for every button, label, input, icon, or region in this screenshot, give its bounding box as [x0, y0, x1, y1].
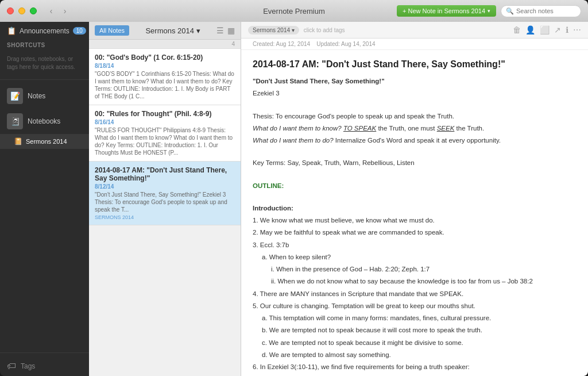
all-notes-button[interactable]: All Notes — [95, 25, 129, 36]
sidebar-item-tags[interactable]: 🏷 Tags — [0, 356, 89, 376]
note-intro-1: 1. We know what we must believe, we know… — [253, 216, 577, 225]
info-icon[interactable]: ℹ — [566, 25, 568, 34]
note-updated: Updated: Aug 14, 2014 — [316, 41, 375, 47]
note-title-3: 2014-08-17 AM: "Don't Just Stand There, … — [95, 166, 235, 182]
navigation-arrows: ‹ › — [46, 6, 70, 16]
notes-notebook-title[interactable]: Sermons 2014 ▾ — [133, 26, 213, 35]
announcements-badge: 10 — [73, 27, 86, 34]
share-icon[interactable]: 👤 — [525, 25, 535, 34]
announcements-icon: 📋 — [7, 26, 16, 35]
note-tags-area[interactable]: click to add tags — [304, 27, 508, 33]
notes-label: Notes — [28, 92, 45, 100]
more-icon[interactable]: ⋯ — [573, 25, 581, 34]
note-intro-2: 2. May we be faithful to speak what we a… — [253, 228, 577, 237]
present-icon[interactable]: ⬜ — [540, 25, 550, 34]
note-key-terms: Key Terms: Say, Speak, Truth, Warn, Rebe… — [253, 158, 577, 168]
note-intro-5b: b. We are tempted not to speak because i… — [262, 325, 577, 335]
note-tag-3: SERMONS 2014 — [95, 214, 235, 220]
notes-list-panel: All Notes Sermons 2014 ▾ ☰ ▦ 4 00: "God'… — [89, 22, 241, 376]
title-bar: ‹ › Evernote Premium + New Note in Sermo… — [0, 0, 588, 22]
sidebar-spacer — [0, 149, 89, 349]
note-date-2: 8/16/14 — [95, 119, 235, 125]
note-preview-2: "RULES FOR THOUGHT" Philippians 4:8-9 Th… — [95, 126, 235, 156]
note-meta: Created: Aug 12, 2014 Updated: Aug 14, 2… — [241, 39, 588, 50]
note-reference: Ezekiel 3 — [253, 89, 577, 98]
notes-header-icons: ☰ ▦ — [216, 26, 235, 35]
toolbar-right: + New Note in Sermons 2014 ▾ 🔍 — [397, 5, 581, 17]
sidebar-divider-1 — [0, 79, 89, 80]
minimize-button[interactable] — [18, 7, 25, 14]
sidebar: 📋 Announcements 10 SHORTCUTS Drag notes,… — [0, 22, 89, 376]
forward-arrow[interactable]: › — [60, 6, 70, 16]
note-heading-text: "Don't Just Stand There, Say Something!" — [253, 76, 577, 86]
back-arrow[interactable]: ‹ — [46, 6, 56, 16]
sidebar-item-sermons[interactable]: 📔 Sermons 2014 — [0, 134, 89, 149]
note-item-1[interactable]: 00: "God's Body" (1 Cor. 6:15-20) 8/18/1… — [89, 49, 241, 105]
sidebar-item-notes[interactable]: 📝 Notes — [0, 83, 89, 109]
note-date-3: 8/12/14 — [95, 183, 235, 190]
tags-icon: 🏷 — [7, 361, 16, 371]
new-note-dropdown-icon: ▾ — [488, 8, 490, 14]
note-do: What do I want them to do? Internalize G… — [253, 136, 577, 145]
note-intro-3a: a. When to keep silent? — [262, 252, 577, 262]
note-title: 2014-08-17 AM: "Don't Just Stand There, … — [253, 59, 577, 70]
note-title-2: 00: "Rules for Thought" (Phil. 4:8-9) — [95, 110, 235, 118]
maximize-button[interactable] — [30, 7, 37, 14]
notebooks-label: Notebooks — [28, 117, 60, 125]
search-box: 🔍 — [501, 5, 581, 17]
note-intro-4: 4. There are MANY instances in Scripture… — [253, 289, 577, 299]
note-preview-3: "Don't Just Stand There, Say Something!"… — [95, 191, 235, 213]
note-intro-6: 6. In Ezekiel 3(:10-11), we find five re… — [253, 362, 577, 372]
notebooks-icon: 📓 — [7, 113, 23, 129]
note-body[interactable]: 2014-08-17 AM: "Don't Just Stand There, … — [241, 50, 588, 376]
app-title: Evernote Premium — [263, 7, 325, 16]
note-content-panel: Sermons 2014 ▾ click to add tags 🗑 👤 ⬜ ↗… — [241, 22, 588, 376]
note-action-icons: 🗑 👤 ⬜ ↗ ℹ ⋯ — [513, 25, 581, 34]
note-intro-5d: d. We are tempted to almost say somethin… — [262, 350, 577, 360]
note-title-1: 00: "God's Body" (1 Cor. 6:15-20) — [95, 53, 235, 62]
notes-view-icon[interactable]: ☰ — [216, 26, 224, 35]
tags-label: Tags — [21, 362, 35, 370]
shortcuts-placeholder: Drag notes, notebooks, or tags here for … — [0, 51, 89, 76]
sidebar-item-notebooks[interactable]: 📓 Notebooks — [0, 109, 89, 134]
note-created: Created: Aug 12, 2014 — [253, 41, 310, 47]
notes-icon: 📝 — [7, 88, 23, 104]
note-intro-5c: c. We are tempted not to speak because i… — [262, 338, 577, 348]
search-icon: 🔍 — [506, 7, 514, 15]
sidebar-item-announcements[interactable]: 📋 Announcements 10 — [0, 22, 89, 40]
trash-icon[interactable]: 🗑 — [513, 25, 521, 34]
sermons-label: Sermons 2014 — [26, 138, 67, 145]
note-intro-5a: a. This temptation will come in many for… — [262, 313, 577, 323]
note-date-1: 8/18/14 — [95, 63, 235, 69]
announcements-label: Announcements — [20, 27, 69, 35]
note-outline-label: OUTLINE: — [253, 181, 577, 191]
note-intro-3ai: i. When in the presence of God – Hab. 2:… — [271, 264, 577, 274]
note-item-2[interactable]: 00: "Rules for Thought" (Phil. 4:8-9) 8/… — [89, 105, 241, 162]
new-note-button[interactable]: + New Note in Sermons 2014 ▾ — [397, 5, 496, 17]
notes-count-bar: 4 — [89, 40, 241, 49]
note-notebook-pill[interactable]: Sermons 2014 ▾ — [248, 26, 299, 34]
note-intro-label: Introduction: — [253, 204, 577, 213]
note-preview-1: "GOD'S BODY" 1 Corinthians 6:15-20 Thesi… — [95, 70, 235, 100]
note-intro-3: 3. Eccl. 3:7b — [253, 240, 577, 250]
note-intro-5: 5. Our culture is changing. Temptation w… — [253, 301, 577, 311]
note-content-toolbar: Sermons 2014 ▾ click to add tags 🗑 👤 ⬜ ↗… — [241, 22, 588, 39]
notes-list-header: All Notes Sermons 2014 ▾ ☰ ▦ — [89, 22, 241, 40]
export-icon[interactable]: ↗ — [554, 25, 561, 34]
search-input[interactable] — [516, 7, 576, 14]
sidebar-divider-2 — [0, 352, 89, 353]
shortcuts-heading: SHORTCUTS — [0, 40, 89, 51]
window-controls — [7, 7, 37, 14]
sermons-notebook-icon: 📔 — [14, 137, 22, 145]
notes-grid-icon[interactable]: ▦ — [227, 26, 235, 35]
note-intro-3aii: ii. When we do not know what to say beca… — [271, 277, 577, 286]
note-thesis: Thesis: To encourage God's people to spe… — [253, 112, 577, 121]
close-button[interactable] — [7, 7, 14, 14]
note-know: What do I want them to know? TO SPEAK th… — [253, 124, 577, 133]
note-item-3[interactable]: 2014-08-17 AM: "Don't Just Stand There, … — [89, 162, 241, 225]
main-layout: 📋 Announcements 10 SHORTCUTS Drag notes,… — [0, 22, 588, 376]
